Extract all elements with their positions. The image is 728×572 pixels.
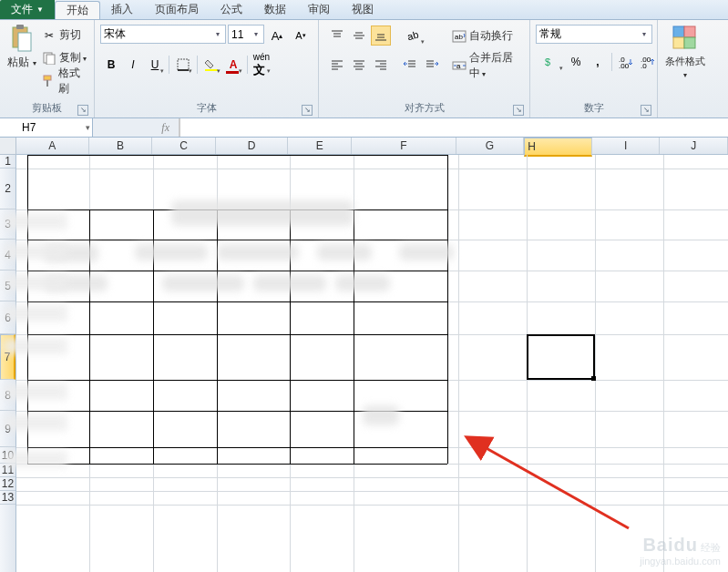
svg-rect-2 bbox=[18, 33, 31, 51]
clipboard-group-label: 剪贴板 bbox=[32, 102, 62, 113]
formula-bar: H7▾ fx bbox=[0, 118, 728, 138]
row-header[interactable]: 12 bbox=[0, 477, 15, 491]
tab-review[interactable]: 审阅 bbox=[297, 0, 341, 19]
wrap-icon: ab bbox=[452, 29, 467, 44]
number-launcher[interactable]: ↘ bbox=[641, 105, 651, 116]
increase-font-button[interactable]: A▴ bbox=[267, 26, 287, 46]
svg-rect-49 bbox=[684, 26, 695, 37]
svg-text:.00: .00 bbox=[619, 62, 630, 68]
tab-data[interactable]: 数据 bbox=[253, 0, 297, 19]
merge-icon: a bbox=[452, 58, 467, 73]
svg-text:ab: ab bbox=[406, 29, 420, 43]
bold-button[interactable]: B bbox=[101, 55, 121, 75]
align-right-button[interactable] bbox=[371, 55, 391, 75]
italic-button[interactable]: I bbox=[123, 55, 143, 75]
name-box[interactable]: H7▾ bbox=[0, 118, 93, 137]
svg-rect-9 bbox=[205, 69, 218, 71]
svg-rect-51 bbox=[684, 37, 695, 48]
increase-indent-button[interactable] bbox=[422, 55, 442, 75]
font-launcher[interactable]: ↘ bbox=[302, 105, 313, 116]
tab-file-label: 文件 bbox=[11, 2, 33, 17]
active-cell[interactable] bbox=[527, 334, 595, 380]
row-header[interactable]: 1 bbox=[0, 155, 15, 169]
svg-rect-6 bbox=[46, 80, 48, 87]
tab-layout[interactable]: 页面布局 bbox=[144, 0, 210, 19]
tab-formulas[interactable]: 公式 bbox=[210, 0, 253, 19]
font-family-select[interactable]: 宋体▾ bbox=[100, 25, 226, 44]
font-color-button[interactable]: A bbox=[223, 55, 243, 75]
align-middle-button[interactable] bbox=[349, 26, 369, 46]
column-headers: ABCDEFGHIJ bbox=[16, 138, 728, 155]
tab-file[interactable]: 文件▼ bbox=[0, 0, 55, 19]
svg-text:$: $ bbox=[545, 56, 550, 67]
paste-icon bbox=[7, 24, 36, 53]
tab-view[interactable]: 视图 bbox=[341, 0, 385, 19]
border-button[interactable] bbox=[173, 55, 193, 75]
formula-bar-buttons: fx bbox=[93, 118, 179, 137]
column-header[interactable]: G bbox=[456, 138, 525, 154]
align-center-button[interactable] bbox=[349, 55, 369, 75]
alignment-launcher[interactable]: ↘ bbox=[513, 105, 524, 116]
column-header[interactable]: B bbox=[89, 138, 153, 154]
align-top-button[interactable] bbox=[327, 26, 347, 46]
chevron-down-icon: ▾ bbox=[251, 30, 261, 38]
font-size-select[interactable]: 11▾ bbox=[228, 25, 264, 44]
column-header[interactable]: J bbox=[660, 138, 728, 154]
accounting-format-button[interactable]: $ bbox=[537, 52, 564, 72]
fx-icon[interactable]: fx bbox=[161, 121, 169, 135]
brush-icon bbox=[42, 74, 56, 88]
clipboard-launcher[interactable]: ↘ bbox=[77, 105, 88, 116]
wrap-text-button[interactable]: ab自动换行 bbox=[452, 26, 522, 46]
cut-button[interactable]: ✂剪切 bbox=[42, 25, 88, 46]
tab-home[interactable]: 开始 bbox=[55, 1, 100, 19]
svg-rect-50 bbox=[673, 37, 684, 48]
tab-insert[interactable]: 插入 bbox=[100, 0, 144, 19]
svg-rect-48 bbox=[673, 26, 684, 37]
percent-button[interactable]: % bbox=[566, 52, 586, 72]
svg-rect-1 bbox=[16, 25, 24, 29]
conditional-format-icon bbox=[671, 24, 700, 53]
paste-button[interactable]: 粘贴 ▾ bbox=[4, 22, 40, 72]
svg-rect-7 bbox=[178, 59, 189, 70]
column-header[interactable]: E bbox=[288, 138, 352, 154]
decrease-indent-button[interactable] bbox=[400, 55, 420, 75]
format-painter-button[interactable]: 格式刷 bbox=[42, 70, 88, 91]
column-header[interactable]: C bbox=[152, 138, 216, 154]
align-left-button[interactable] bbox=[327, 55, 347, 75]
comma-button[interactable]: , bbox=[588, 52, 608, 72]
column-header[interactable]: I bbox=[592, 138, 661, 154]
column-header[interactable]: F bbox=[352, 138, 456, 154]
chevron-down-icon: ▾ bbox=[86, 123, 90, 132]
decrease-font-button[interactable]: A▾ bbox=[291, 26, 311, 46]
fill-color-button[interactable] bbox=[201, 55, 221, 75]
svg-text:.0: .0 bbox=[641, 62, 647, 68]
paste-label: 粘贴 ▾ bbox=[7, 55, 36, 70]
increase-decimal-button[interactable]: .0.00 bbox=[616, 52, 636, 72]
copy-icon bbox=[42, 51, 56, 66]
number-group-label: 数字 bbox=[584, 102, 604, 113]
cond-fmt-label: 条件格式▾ bbox=[665, 55, 705, 79]
chevron-down-icon: ▾ bbox=[213, 30, 222, 38]
column-header[interactable]: A bbox=[16, 138, 89, 154]
svg-text:a: a bbox=[456, 62, 461, 70]
svg-line-52 bbox=[483, 446, 629, 528]
chevron-down-icon: ▾ bbox=[640, 30, 649, 38]
orientation-button[interactable]: ab bbox=[400, 26, 426, 46]
alignment-group-label: 对齐方式 bbox=[405, 102, 445, 113]
merge-center-button[interactable]: a合并后居中 ▾ bbox=[452, 55, 522, 76]
column-header[interactable]: D bbox=[216, 138, 289, 154]
underline-button[interactable]: U bbox=[145, 55, 165, 75]
align-bottom-button[interactable] bbox=[371, 26, 391, 46]
decrease-decimal-button[interactable]: .00.0 bbox=[638, 52, 658, 72]
select-all-corner[interactable] bbox=[0, 138, 16, 155]
svg-rect-5 bbox=[44, 76, 51, 80]
column-header[interactable]: H bbox=[524, 138, 592, 157]
number-format-select[interactable]: 常规▾ bbox=[536, 25, 652, 44]
row-header[interactable]: 13 bbox=[0, 491, 15, 505]
phonetic-button[interactable]: wén文 bbox=[251, 55, 272, 75]
svg-text:ab: ab bbox=[455, 33, 463, 41]
row-header[interactable]: 2 bbox=[0, 169, 15, 209]
conditional-formatting-button[interactable]: 条件格式▾ bbox=[661, 22, 709, 81]
formula-input[interactable] bbox=[179, 118, 728, 137]
scissors-icon: ✂ bbox=[42, 28, 56, 43]
